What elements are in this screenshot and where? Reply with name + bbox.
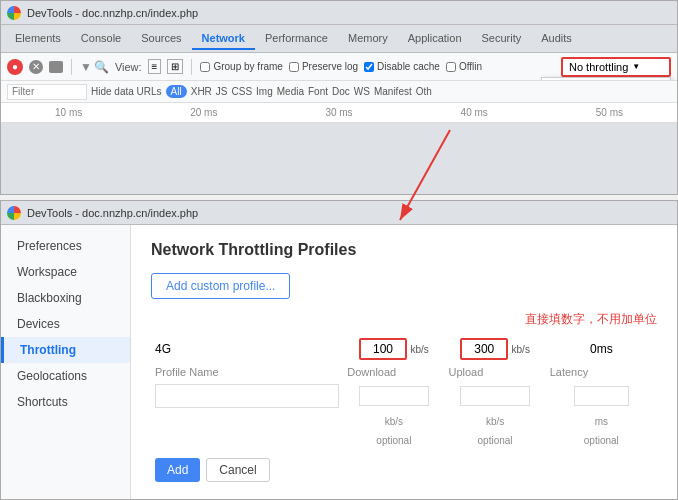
bottom-title: DevTools - doc.nnzhp.cn/index.php — [27, 207, 198, 219]
ruler-30ms: 30 ms — [271, 107, 406, 118]
filter-input[interactable] — [7, 84, 87, 100]
filter-font[interactable]: Font — [308, 86, 328, 97]
upload-input[interactable] — [460, 386, 530, 406]
ruler-50ms: 50 ms — [542, 107, 677, 118]
settings-content: Network Throttling Profiles Add custom p… — [131, 225, 677, 499]
upload-unit: kb/s — [444, 412, 545, 431]
record-button[interactable]: ● — [7, 59, 23, 75]
timeline-ruler: 10 ms 20 ms 30 ms 40 ms 50 ms — [1, 103, 677, 123]
latency-unit: ms — [546, 412, 657, 431]
offline-group: Offlin — [446, 61, 482, 72]
disable-cache-checkbox[interactable] — [364, 62, 374, 72]
filter-icon-area: ▼ 🔍 — [80, 60, 109, 74]
profile-latency-input-cell — [546, 380, 657, 412]
tab-audits[interactable]: Audits — [531, 28, 582, 50]
preserve-log-group: Preserve log — [289, 61, 358, 72]
tab-elements[interactable]: Elements — [5, 28, 71, 50]
group-by-frame-checkbox[interactable] — [200, 62, 210, 72]
throttling-dropdown-button[interactable]: No throttling ▼ — [561, 57, 671, 77]
profile-upload-4g: 300 kb/s — [444, 334, 545, 364]
sidebar-item-shortcuts[interactable]: Shortcuts — [1, 389, 130, 415]
offline-label: Offlin — [459, 61, 482, 72]
tab-security[interactable]: Security — [472, 28, 532, 50]
clear-button[interactable]: ✕ — [29, 60, 43, 74]
name-optional — [151, 431, 343, 450]
network-toolbar: ● ✕ ▼ 🔍 View: ≡ ⊞ Group by frame Preserv… — [1, 53, 677, 81]
preserve-log-checkbox[interactable] — [289, 62, 299, 72]
preserve-log-label: Preserve log — [302, 61, 358, 72]
sidebar-item-preferences[interactable]: Preferences — [1, 233, 130, 259]
table-row-4g: 4G 100 kb/s 300 kb/s 0ms — [151, 334, 657, 364]
name-unit — [151, 412, 343, 431]
page-title: Network Throttling Profiles — [151, 241, 657, 259]
group-by-frame-label: Group by frame — [213, 61, 282, 72]
filter-img[interactable]: Img — [256, 86, 273, 97]
view-toggle[interactable]: ≡ — [148, 59, 162, 74]
top-title: DevTools - doc.nnzhp.cn/index.php — [27, 7, 198, 19]
tab-sources[interactable]: Sources — [131, 28, 191, 50]
devtools-bottom-window: DevTools - doc.nnzhp.cn/index.php Prefer… — [0, 200, 678, 500]
action-buttons: Add Cancel — [155, 458, 653, 482]
ruler-10ms: 10 ms — [1, 107, 136, 118]
disable-cache-group: Disable cache — [364, 61, 440, 72]
table-input-row — [151, 380, 657, 412]
ruler-20ms: 20 ms — [136, 107, 271, 118]
view-label: View: — [115, 61, 142, 73]
filter-manifest[interactable]: Manifest — [374, 86, 412, 97]
group-by-frame-group: Group by frame — [200, 61, 282, 72]
devtools-tab-bar: Elements Console Sources Network Perform… — [1, 25, 677, 53]
filter-css[interactable]: CSS — [232, 86, 253, 97]
download-unit: kb/s — [343, 412, 444, 431]
filter-xhr[interactable]: XHR — [191, 86, 212, 97]
offline-checkbox[interactable] — [446, 62, 456, 72]
search-icon: 🔍 — [94, 60, 109, 74]
profile-name-4g: 4G — [151, 334, 343, 364]
sidebar-item-geolocations[interactable]: Geolocations — [1, 363, 130, 389]
profile-name-input[interactable] — [155, 384, 339, 408]
top-titlebar: DevTools - doc.nnzhp.cn/index.php — [1, 1, 677, 25]
table-optional-row: optional optional optional — [151, 431, 657, 450]
table-units-row: kb/s kb/s ms — [151, 412, 657, 431]
upload-unit-suffix: kb/s — [512, 344, 530, 355]
add-profile-confirm-button[interactable]: Add — [155, 458, 200, 482]
col-header-latency: Latency — [546, 364, 657, 380]
download-input[interactable] — [359, 386, 429, 406]
profile-download-4g: 100 kb/s — [343, 334, 444, 364]
tab-network[interactable]: Network — [192, 28, 255, 50]
cancel-profile-button[interactable]: Cancel — [206, 458, 269, 482]
sidebar-item-throttling[interactable]: Throttling — [1, 337, 130, 363]
chevron-down-icon: ▼ — [632, 62, 640, 71]
filter-js[interactable]: JS — [216, 86, 228, 97]
separator-1 — [71, 59, 72, 75]
tab-performance[interactable]: Performance — [255, 28, 338, 50]
view-toggle-2[interactable]: ⊞ — [167, 59, 183, 74]
sidebar-item-devices[interactable]: Devices — [1, 311, 130, 337]
add-custom-profile-button[interactable]: Add custom profile... — [151, 273, 290, 299]
sidebar-item-blackboxing[interactable]: Blackboxing — [1, 285, 130, 311]
latency-input[interactable] — [574, 386, 629, 406]
chrome-icon-bottom — [7, 206, 21, 220]
filter-media[interactable]: Media — [277, 86, 304, 97]
filter-icon: ▼ — [80, 60, 92, 74]
filter-tag-all[interactable]: All — [166, 85, 187, 98]
tab-application[interactable]: Application — [398, 28, 472, 50]
throttling-selected-label: No throttling — [569, 61, 628, 73]
action-buttons-cell: Add Cancel — [151, 450, 657, 486]
hide-data-urls-label: Hide data URLs — [91, 86, 162, 97]
hint-text: 直接填数字，不用加单位 — [151, 311, 657, 328]
filter-doc[interactable]: Doc — [332, 86, 350, 97]
disable-cache-label: Disable cache — [377, 61, 440, 72]
tab-memory[interactable]: Memory — [338, 28, 398, 50]
tab-console[interactable]: Console — [71, 28, 131, 50]
col-header-upload: Upload — [444, 364, 545, 380]
latency-optional: optional — [546, 431, 657, 450]
profile-upload-input-cell — [444, 380, 545, 412]
sidebar-item-workspace[interactable]: Workspace — [1, 259, 130, 285]
filter-other[interactable]: Oth — [416, 86, 432, 97]
settings-layout: Preferences Workspace Blackboxing Device… — [1, 225, 677, 499]
upload-value-4g: 300 — [460, 338, 508, 360]
download-optional: optional — [343, 431, 444, 450]
col-header-download: Download — [343, 364, 444, 380]
filter-ws[interactable]: WS — [354, 86, 370, 97]
table-header-row: Profile Name Download Upload Latency — [151, 364, 657, 380]
